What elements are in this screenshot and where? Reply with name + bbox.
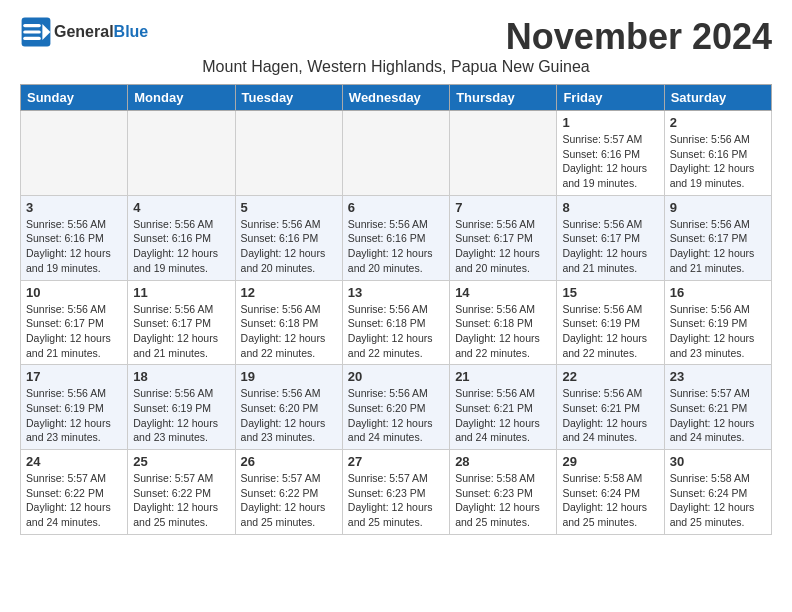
calendar-cell: 9Sunrise: 5:56 AM Sunset: 6:17 PM Daylig… — [664, 195, 771, 280]
day-info: Sunrise: 5:56 AM Sunset: 6:18 PM Dayligh… — [455, 302, 551, 361]
day-number: 3 — [26, 200, 122, 215]
day-number: 19 — [241, 369, 337, 384]
day-info: Sunrise: 5:56 AM Sunset: 6:19 PM Dayligh… — [562, 302, 658, 361]
logo-icon — [20, 16, 52, 48]
calendar-cell: 5Sunrise: 5:56 AM Sunset: 6:16 PM Daylig… — [235, 195, 342, 280]
calendar-week-row: 17Sunrise: 5:56 AM Sunset: 6:19 PM Dayli… — [21, 365, 772, 450]
page: GeneralBlue November 2024 Mount Hagen, W… — [0, 0, 792, 551]
day-number: 2 — [670, 115, 766, 130]
calendar-week-row: 3Sunrise: 5:56 AM Sunset: 6:16 PM Daylig… — [21, 195, 772, 280]
calendar-cell: 4Sunrise: 5:56 AM Sunset: 6:16 PM Daylig… — [128, 195, 235, 280]
calendar-cell: 24Sunrise: 5:57 AM Sunset: 6:22 PM Dayli… — [21, 450, 128, 535]
day-number: 30 — [670, 454, 766, 469]
day-info: Sunrise: 5:56 AM Sunset: 6:16 PM Dayligh… — [670, 132, 766, 191]
day-number: 16 — [670, 285, 766, 300]
calendar-cell: 2Sunrise: 5:56 AM Sunset: 6:16 PM Daylig… — [664, 111, 771, 196]
calendar-header-row: SundayMondayTuesdayWednesdayThursdayFrid… — [21, 85, 772, 111]
calendar-cell: 29Sunrise: 5:58 AM Sunset: 6:24 PM Dayli… — [557, 450, 664, 535]
day-info: Sunrise: 5:56 AM Sunset: 6:20 PM Dayligh… — [348, 386, 444, 445]
calendar-cell: 11Sunrise: 5:56 AM Sunset: 6:17 PM Dayli… — [128, 280, 235, 365]
day-info: Sunrise: 5:57 AM Sunset: 6:22 PM Dayligh… — [26, 471, 122, 530]
day-info: Sunrise: 5:56 AM Sunset: 6:17 PM Dayligh… — [26, 302, 122, 361]
svg-rect-2 — [23, 24, 41, 27]
calendar-cell: 3Sunrise: 5:56 AM Sunset: 6:16 PM Daylig… — [21, 195, 128, 280]
day-number: 20 — [348, 369, 444, 384]
day-number: 21 — [455, 369, 551, 384]
day-number: 4 — [133, 200, 229, 215]
day-number: 12 — [241, 285, 337, 300]
calendar-cell: 23Sunrise: 5:57 AM Sunset: 6:21 PM Dayli… — [664, 365, 771, 450]
calendar-day-header: Tuesday — [235, 85, 342, 111]
calendar: SundayMondayTuesdayWednesdayThursdayFrid… — [20, 84, 772, 535]
calendar-cell: 7Sunrise: 5:56 AM Sunset: 6:17 PM Daylig… — [450, 195, 557, 280]
day-number: 27 — [348, 454, 444, 469]
calendar-cell: 16Sunrise: 5:56 AM Sunset: 6:19 PM Dayli… — [664, 280, 771, 365]
calendar-cell — [450, 111, 557, 196]
day-info: Sunrise: 5:56 AM Sunset: 6:16 PM Dayligh… — [133, 217, 229, 276]
day-info: Sunrise: 5:56 AM Sunset: 6:16 PM Dayligh… — [241, 217, 337, 276]
calendar-cell: 26Sunrise: 5:57 AM Sunset: 6:22 PM Dayli… — [235, 450, 342, 535]
day-number: 13 — [348, 285, 444, 300]
day-info: Sunrise: 5:57 AM Sunset: 6:16 PM Dayligh… — [562, 132, 658, 191]
calendar-day-header: Thursday — [450, 85, 557, 111]
calendar-cell: 25Sunrise: 5:57 AM Sunset: 6:22 PM Dayli… — [128, 450, 235, 535]
day-number: 1 — [562, 115, 658, 130]
calendar-week-row: 1Sunrise: 5:57 AM Sunset: 6:16 PM Daylig… — [21, 111, 772, 196]
day-info: Sunrise: 5:58 AM Sunset: 6:24 PM Dayligh… — [670, 471, 766, 530]
day-number: 23 — [670, 369, 766, 384]
day-info: Sunrise: 5:56 AM Sunset: 6:17 PM Dayligh… — [133, 302, 229, 361]
day-number: 15 — [562, 285, 658, 300]
day-info: Sunrise: 5:57 AM Sunset: 6:22 PM Dayligh… — [241, 471, 337, 530]
day-info: Sunrise: 5:56 AM Sunset: 6:16 PM Dayligh… — [348, 217, 444, 276]
day-number: 6 — [348, 200, 444, 215]
calendar-cell: 17Sunrise: 5:56 AM Sunset: 6:19 PM Dayli… — [21, 365, 128, 450]
day-info: Sunrise: 5:56 AM Sunset: 6:19 PM Dayligh… — [26, 386, 122, 445]
calendar-cell: 1Sunrise: 5:57 AM Sunset: 6:16 PM Daylig… — [557, 111, 664, 196]
day-number: 11 — [133, 285, 229, 300]
day-number: 29 — [562, 454, 658, 469]
day-info: Sunrise: 5:56 AM Sunset: 6:21 PM Dayligh… — [562, 386, 658, 445]
calendar-cell — [342, 111, 449, 196]
day-info: Sunrise: 5:58 AM Sunset: 6:23 PM Dayligh… — [455, 471, 551, 530]
day-info: Sunrise: 5:56 AM Sunset: 6:18 PM Dayligh… — [348, 302, 444, 361]
subtitle: Mount Hagen, Western Highlands, Papua Ne… — [20, 58, 772, 76]
calendar-cell: 8Sunrise: 5:56 AM Sunset: 6:17 PM Daylig… — [557, 195, 664, 280]
day-number: 14 — [455, 285, 551, 300]
calendar-cell: 21Sunrise: 5:56 AM Sunset: 6:21 PM Dayli… — [450, 365, 557, 450]
calendar-cell: 19Sunrise: 5:56 AM Sunset: 6:20 PM Dayli… — [235, 365, 342, 450]
calendar-day-header: Monday — [128, 85, 235, 111]
day-number: 18 — [133, 369, 229, 384]
day-number: 8 — [562, 200, 658, 215]
logo: GeneralBlue — [20, 16, 148, 48]
calendar-cell — [235, 111, 342, 196]
day-info: Sunrise: 5:56 AM Sunset: 6:19 PM Dayligh… — [670, 302, 766, 361]
day-info: Sunrise: 5:56 AM Sunset: 6:17 PM Dayligh… — [562, 217, 658, 276]
calendar-cell: 20Sunrise: 5:56 AM Sunset: 6:20 PM Dayli… — [342, 365, 449, 450]
day-info: Sunrise: 5:56 AM Sunset: 6:16 PM Dayligh… — [26, 217, 122, 276]
svg-rect-4 — [23, 37, 41, 40]
day-info: Sunrise: 5:57 AM Sunset: 6:23 PM Dayligh… — [348, 471, 444, 530]
day-number: 5 — [241, 200, 337, 215]
calendar-day-header: Saturday — [664, 85, 771, 111]
day-info: Sunrise: 5:56 AM Sunset: 6:19 PM Dayligh… — [133, 386, 229, 445]
calendar-cell — [128, 111, 235, 196]
calendar-cell: 27Sunrise: 5:57 AM Sunset: 6:23 PM Dayli… — [342, 450, 449, 535]
month-title: November 2024 — [506, 16, 772, 58]
calendar-week-row: 24Sunrise: 5:57 AM Sunset: 6:22 PM Dayli… — [21, 450, 772, 535]
calendar-cell: 22Sunrise: 5:56 AM Sunset: 6:21 PM Dayli… — [557, 365, 664, 450]
day-info: Sunrise: 5:56 AM Sunset: 6:18 PM Dayligh… — [241, 302, 337, 361]
day-number: 17 — [26, 369, 122, 384]
day-number: 7 — [455, 200, 551, 215]
day-number: 25 — [133, 454, 229, 469]
day-info: Sunrise: 5:56 AM Sunset: 6:20 PM Dayligh… — [241, 386, 337, 445]
day-info: Sunrise: 5:56 AM Sunset: 6:21 PM Dayligh… — [455, 386, 551, 445]
calendar-cell: 28Sunrise: 5:58 AM Sunset: 6:23 PM Dayli… — [450, 450, 557, 535]
calendar-cell: 15Sunrise: 5:56 AM Sunset: 6:19 PM Dayli… — [557, 280, 664, 365]
day-number: 26 — [241, 454, 337, 469]
day-info: Sunrise: 5:56 AM Sunset: 6:17 PM Dayligh… — [455, 217, 551, 276]
calendar-cell — [21, 111, 128, 196]
calendar-cell: 30Sunrise: 5:58 AM Sunset: 6:24 PM Dayli… — [664, 450, 771, 535]
calendar-cell: 6Sunrise: 5:56 AM Sunset: 6:16 PM Daylig… — [342, 195, 449, 280]
day-info: Sunrise: 5:57 AM Sunset: 6:21 PM Dayligh… — [670, 386, 766, 445]
calendar-day-header: Wednesday — [342, 85, 449, 111]
